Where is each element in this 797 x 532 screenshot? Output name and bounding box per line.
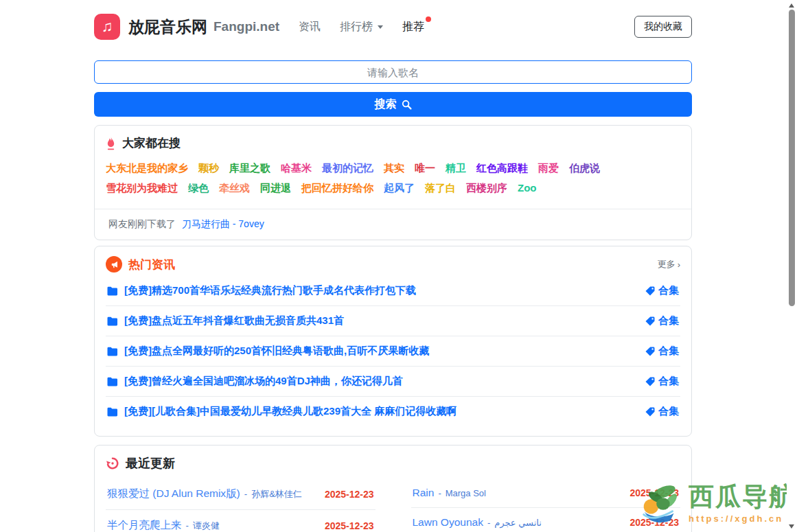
recent-updates-grid: 狠狠爱过 (DJ Alun Remix版) - 孙辉&林佳仁 2025-12-2… [106, 478, 680, 532]
hot-tag[interactable]: 精卫 [446, 162, 466, 175]
nav-label: 排行榜 [340, 20, 373, 34]
hot-news-title: 热门资讯 [128, 257, 175, 273]
watermark: 西瓜导航 https://xgdh.cn [636, 478, 796, 529]
separator: - [186, 520, 189, 531]
artist-link[interactable]: Marga Sol [446, 488, 486, 498]
top-bar: ♫ 放屁音乐网 Fangpi.net 资讯 排行榜 推荐 我的收藏 [94, 0, 692, 41]
artist-link[interactable]: نانسي عجرم [494, 518, 542, 528]
news-title-link[interactable]: [免费][儿歌合集]中国最爱幼儿早教经典儿歌239首大全 麻麻们记得收藏啊 [124, 405, 457, 418]
collection-label: 合集 [658, 375, 679, 388]
news-item: [免费]曾经火遍全国迪吧溜冰场的49首DJ神曲，你还记得几首 合集 [106, 367, 680, 397]
scroll-down-arrow-icon[interactable] [789, 524, 794, 529]
recent-updates-left-column: 狠狠爱过 (DJ Alun Remix版) - 孙辉&林佳仁 2025-12-2… [106, 478, 376, 532]
news-collection-link[interactable]: 合集 [645, 284, 679, 297]
hot-tag[interactable]: 雪花别为我难过 [106, 182, 178, 195]
hot-tag[interactable]: 牵丝戏 [219, 182, 250, 195]
hot-search-card: 大家都在搜 大东北是我的家乡 颗秒 库里之歌 哈基米 最初的记忆 其实 唯一 精… [94, 125, 692, 240]
hot-news-list: [免费]精选700首华语乐坛经典流行热门歌手成名代表作打包下载 合集 [106, 276, 680, 426]
hot-search-header: 大家都在搜 [106, 135, 680, 151]
chevron-right-icon: › [678, 259, 680, 270]
separator: - [487, 518, 490, 528]
nav-label: 资讯 [299, 20, 321, 34]
hot-tag[interactable]: 其实 [384, 162, 404, 175]
hot-tag[interactable]: 大东北是我的家乡 [106, 162, 188, 175]
collection-label: 合集 [658, 405, 679, 418]
tag-icon [645, 286, 655, 296]
hot-tag[interactable]: 起风了 [384, 182, 415, 195]
page-container: ♫ 放屁音乐网 Fangpi.net 资讯 排行榜 推荐 我的收藏 搜索 [94, 0, 692, 532]
music-note-icon: ♫ [102, 18, 113, 36]
song-title-link[interactable]: Rain [413, 487, 435, 499]
history-icon [106, 456, 119, 470]
site-title: 放屁音乐网 [128, 16, 207, 38]
chevron-down-icon [378, 25, 383, 29]
hot-news-header: 热门资讯 更多 › [106, 256, 680, 273]
tag-icon [645, 347, 655, 356]
news-title-link[interactable]: [免费]曾经火遍全国迪吧溜冰场的49首DJ神曲，你还记得几首 [124, 375, 403, 388]
folder-icon [107, 286, 118, 296]
hot-tag[interactable]: Zoo [518, 182, 537, 195]
hot-tag[interactable]: 哈基米 [281, 162, 312, 175]
more-label: 更多 [658, 258, 675, 270]
hot-tag[interactable]: 红色高跟鞋 [476, 162, 528, 175]
hot-tag[interactable]: 西楼别序 [466, 182, 507, 195]
search-button[interactable]: 搜索 [94, 92, 692, 117]
collection-label: 合集 [658, 345, 679, 358]
folder-icon [107, 377, 118, 386]
collection-label: 合集 [658, 284, 679, 297]
watermark-name: 西瓜导航 [689, 484, 796, 511]
search-icon [402, 100, 412, 110]
news-item: [免费]盘点全网最好听的250首怀旧经典粤语歌曲,百听不厌果断收藏 合集 [106, 336, 680, 367]
news-item: [免费][儿歌合集]中国最爱幼儿早教经典儿歌239首大全 麻麻们记得收藏啊 合集 [106, 397, 680, 426]
recent-download-link[interactable]: 刀马进行曲 - 7ovey [182, 218, 264, 229]
news-collection-link[interactable]: 合集 [645, 405, 679, 418]
folder-icon [107, 407, 118, 417]
song-title-link[interactable]: 半个月亮爬上来 [107, 518, 182, 532]
watermelon-boat-logo-icon [636, 478, 687, 529]
my-favorites-button[interactable]: 我的收藏 [634, 16, 692, 38]
recent-updates-header: 最近更新 [106, 455, 680, 472]
news-title-link[interactable]: [免费]盘点全网最好听的250首怀旧经典粤语歌曲,百听不厌果断收藏 [124, 345, 429, 358]
artist-link[interactable]: 谭炎健 [193, 520, 220, 532]
hot-tag[interactable]: 同进退 [260, 182, 291, 195]
scroll-up-arrow-icon[interactable] [789, 3, 794, 8]
folder-icon [107, 347, 118, 356]
hot-tag[interactable]: 库里之歌 [229, 162, 270, 175]
site-logo[interactable]: ♫ [94, 14, 120, 40]
search-button-label: 搜索 [375, 97, 397, 112]
news-item: [免费]精选700首华语乐坛经典流行热门歌手成名代表作打包下载 合集 [106, 276, 680, 306]
hot-tag[interactable]: 伯虎说 [569, 162, 600, 175]
hot-tag[interactable]: 雨爱 [538, 162, 559, 175]
flame-icon [106, 136, 116, 150]
artist-link[interactable]: 孙辉&林佳仁 [251, 488, 302, 500]
news-collection-link[interactable]: 合集 [645, 314, 679, 327]
hot-search-tags: 大东北是我的家乡 颗秒 库里之歌 哈基米 最初的记忆 其实 唯一 精卫 红色高跟… [106, 162, 680, 199]
nav-item-news[interactable]: 资讯 [299, 20, 321, 34]
recent-download-prefix: 网友刚刚下载了 [108, 218, 176, 229]
news-title-link[interactable]: [免费]盘点近五年抖音爆红歌曲无损音质共431首 [124, 314, 344, 327]
hot-tag[interactable]: 落了白 [425, 182, 456, 195]
nav-item-recommend[interactable]: 推荐 [402, 20, 424, 34]
hot-tag[interactable]: 颗秒 [198, 162, 219, 175]
hot-tag[interactable]: 最初的记忆 [322, 162, 373, 175]
update-date: 2025-12-23 [325, 489, 374, 500]
hot-tag[interactable]: 把回忆拼好给你 [301, 182, 373, 195]
more-link[interactable]: 更多 › [658, 258, 680, 270]
news-collection-link[interactable]: 合集 [645, 375, 679, 388]
nav-item-rankings[interactable]: 排行榜 [340, 20, 383, 34]
hot-search-title: 大家都在搜 [122, 135, 181, 151]
news-collection-link[interactable]: 合集 [645, 345, 679, 358]
song-title-link[interactable]: 狠狠爱过 (DJ Alun Remix版) [107, 487, 240, 501]
site-domain: Fangpi.net [213, 19, 279, 34]
recent-update-item: 狠狠爱过 (DJ Alun Remix版) - 孙辉&林佳仁 2025-12-2… [106, 478, 376, 510]
recent-updates-card: 最近更新 狠狠爱过 (DJ Alun Remix版) - 孙辉&林佳仁 2025… [94, 445, 692, 532]
news-title-link[interactable]: [免费]精选700首华语乐坛经典流行热门歌手成名代表作打包下载 [124, 284, 416, 297]
scrollbar-thumb[interactable] [789, 10, 795, 306]
notification-dot [426, 16, 431, 22]
search-input[interactable] [94, 60, 692, 84]
scrollbar[interactable] [787, 0, 797, 532]
hot-tag[interactable]: 绿色 [188, 182, 209, 195]
hot-news-card: 热门资讯 更多 › [免费]精选700首华语乐坛经典流行热门歌手成名代表作打包下… [94, 246, 692, 437]
hot-tag[interactable]: 唯一 [415, 162, 435, 175]
song-title-link[interactable]: Lawn Oyounak [413, 516, 483, 529]
